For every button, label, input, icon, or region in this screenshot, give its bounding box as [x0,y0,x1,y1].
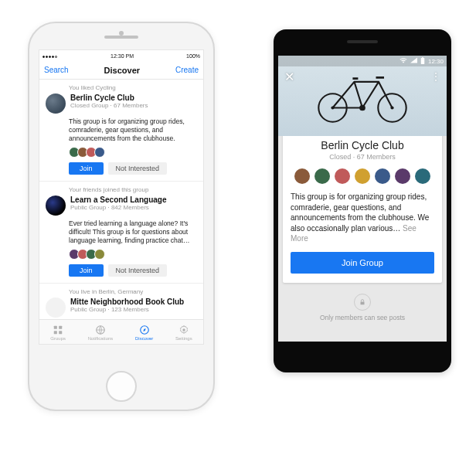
svg-rect-14 [361,301,365,304]
android-status-bar: 12:30 [278,56,447,66]
group-info-card: Berlin Cycle Club Closed · 67 Members Th… [283,131,442,283]
tab-groups[interactable]: Groups [50,325,66,341]
recommendation-reason: Your friends joined this group [69,186,197,193]
group-cover-photo: ✕ ⋮ [278,56,447,136]
group-meta: Public Group · 842 Members [70,204,166,211]
signal-strength-icon [42,53,58,59]
phone-speaker [104,36,138,39]
group-meta: Closed Group · 67 Members [70,102,148,109]
ios-tab-bar: Groups Notifications Discover Settings [39,319,203,345]
status-time: 12:30 [428,58,444,65]
iphone-screen: 12:30 PM 100% Search Discover Create You… [39,49,204,345]
join-group-button[interactable]: Join Group [291,252,434,274]
ios-status-bar: 12:30 PM 100% [39,50,203,61]
iphone-device-frame: 12:30 PM 100% Search Discover Create You… [28,22,215,411]
group-card[interactable]: Your friends joined this group Learn a S… [39,182,203,284]
signal-icon [410,57,417,65]
create-link[interactable]: Create [175,66,199,74]
group-avatar[interactable] [46,298,66,318]
group-description: This group is for organizing group rides… [69,117,197,143]
group-meta: Closed · 67 Members [291,153,434,161]
not-interested-button[interactable]: Not Interested [108,264,168,277]
tab-label: Groups [50,336,66,341]
android-screen: 12:30 ✕ ⋮ Berlin Cy [278,56,447,342]
svg-rect-1 [59,326,62,329]
page-title: Discover [104,66,140,75]
svg-point-12 [331,106,334,109]
android-device-frame: 12:30 ✕ ⋮ Berlin Cy [274,29,451,372]
tab-settings[interactable]: Settings [175,325,192,341]
group-name[interactable]: Learn a Second Language [70,196,166,204]
status-time: 12:30 PM [110,53,134,59]
overflow-menu-icon[interactable]: ⋮ [431,71,440,82]
compass-icon [139,325,150,335]
group-description: This group is for organizing group rides… [291,192,434,244]
not-interested-button[interactable]: Not Interested [108,162,168,175]
phone-camera-dot [119,31,124,36]
bicycle-image [308,63,416,128]
battery-level: 100% [186,53,200,59]
discover-feed[interactable]: You liked Cycling Berlin Cycle Club Clos… [39,80,203,319]
join-button[interactable]: Join [69,162,104,175]
group-meta: Public Group · 123 Members [70,306,184,313]
join-button[interactable]: Join [69,264,104,277]
close-icon[interactable]: ✕ [284,70,294,84]
member-facepile[interactable] [291,168,434,184]
svg-point-6 [182,328,185,332]
tab-discover[interactable]: Discover [135,325,153,341]
globe-icon [95,325,106,335]
svg-rect-2 [54,331,57,334]
home-button[interactable] [106,371,137,402]
group-title: Berlin Cycle Club [291,139,434,151]
group-avatar[interactable] [46,94,66,114]
search-link[interactable]: Search [44,66,69,74]
ios-nav-bar: Search Discover Create [39,61,203,80]
wifi-icon [400,57,407,65]
svg-rect-7 [421,57,425,63]
privacy-text: Only members can see posts [278,314,447,321]
group-description: Ever tried learning a language alone? It… [69,219,197,245]
group-name[interactable]: Berlin Cycle Club [70,94,148,102]
gear-icon [178,325,189,335]
group-card[interactable]: You liked Cycling Berlin Cycle Club Clos… [39,80,203,182]
svg-rect-8 [422,57,423,58]
tab-label: Notifications [88,336,114,341]
groups-icon [53,325,63,335]
tab-label: Discover [135,336,153,341]
group-avatar[interactable] [46,196,66,216]
battery-icon [420,57,425,66]
svg-rect-0 [54,326,57,329]
recommendation-reason: You liked Cycling [69,84,197,91]
member-facepile [69,147,197,158]
group-name[interactable]: Mitte Neighborhood Book Club [70,298,184,306]
tab-notifications[interactable]: Notifications [88,325,114,341]
recommendation-reason: You live in Berlin, Germany [69,288,197,295]
member-facepile [69,249,197,260]
svg-point-13 [390,106,393,109]
svg-point-11 [360,106,365,110]
lock-icon [354,294,371,311]
privacy-notice: Only members can see posts [278,294,447,321]
group-card[interactable]: You live in Berlin, Germany Mitte Neighb… [39,284,203,319]
tab-label: Settings [175,336,192,341]
phone-speaker [347,40,378,43]
svg-rect-3 [59,331,62,334]
